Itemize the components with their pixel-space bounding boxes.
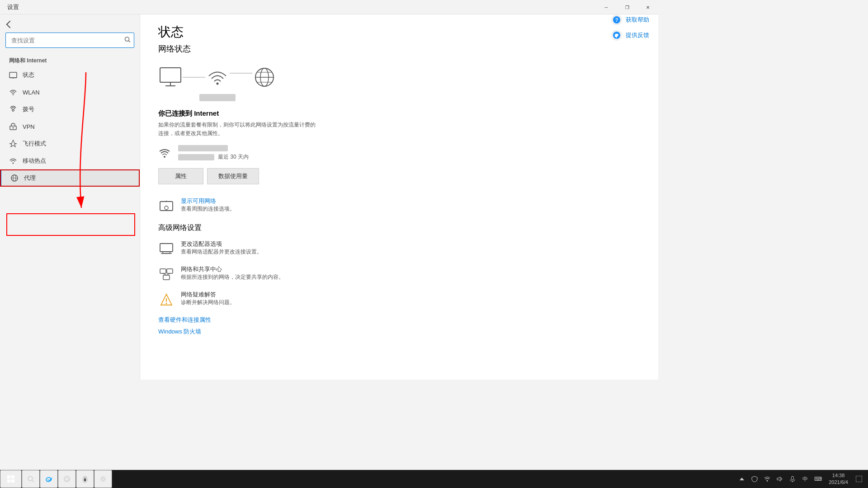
hotspot-icon xyxy=(9,157,17,165)
svg-point-51 xyxy=(102,478,104,480)
wifi-days: 最近 30 天内 xyxy=(218,153,249,161)
penguin-taskbar-button[interactable] xyxy=(76,470,94,488)
tray-notification[interactable] xyxy=(854,474,864,484)
right-panel: ? 获取帮助 提供反馈 xyxy=(611,14,649,41)
show-networks-title[interactable]: 显示可用网络 xyxy=(181,197,235,205)
search-input[interactable] xyxy=(5,33,134,48)
svg-point-9 xyxy=(13,163,14,164)
svg-point-25 xyxy=(165,206,168,210)
dial-icon xyxy=(9,105,17,113)
tray-volume[interactable] xyxy=(774,474,785,484)
sidebar-item-proxy[interactable]: 代理 xyxy=(0,169,140,187)
line-1 xyxy=(183,77,205,78)
app3-taskbar-button[interactable] xyxy=(58,470,76,488)
svg-rect-55 xyxy=(792,476,794,480)
tray-ime[interactable]: 中 xyxy=(800,474,811,484)
troubleshoot-text: 网络疑难解答 诊断并解决网络问题。 xyxy=(181,291,235,306)
connected-title: 你已连接到 Internet xyxy=(158,109,640,118)
wifi-strength-blur xyxy=(178,154,214,160)
sharing-icon xyxy=(158,266,175,282)
svg-line-46 xyxy=(32,480,34,482)
taskbar-search-icon xyxy=(27,475,34,483)
troubleshoot-sub: 诊断并解决网络问题。 xyxy=(181,299,235,306)
tray-chevron[interactable] xyxy=(736,474,747,484)
svg-text:?: ? xyxy=(615,17,618,23)
svg-point-23 xyxy=(164,156,165,158)
wifi-diagram-icon xyxy=(205,66,230,89)
svg-point-8 xyxy=(13,127,14,129)
action-buttons: 属性 数据使用量 xyxy=(158,168,640,184)
troubleshoot-item: 网络疑难解答 诊断并解决网络问题。 xyxy=(158,291,640,308)
edge-taskbar-button[interactable] xyxy=(40,470,58,488)
start-button[interactable] xyxy=(0,470,22,488)
edge-icon xyxy=(45,475,53,483)
sidebar-item-proxy-label: 代理 xyxy=(24,174,36,182)
data-usage-button[interactable]: 数据使用量 xyxy=(207,168,259,184)
feedback-label: 提供反馈 xyxy=(626,31,649,39)
properties-button[interactable]: 属性 xyxy=(158,168,203,184)
svg-rect-13 xyxy=(160,68,181,82)
feedback-icon xyxy=(611,30,622,41)
svg-rect-41 xyxy=(7,475,10,479)
tray-keyboard[interactable]: ⌨ xyxy=(812,474,823,484)
search-taskbar-button[interactable] xyxy=(22,470,40,488)
svg-point-45 xyxy=(28,476,33,481)
adapter-title: 更改适配器选项 xyxy=(181,240,262,248)
svg-rect-42 xyxy=(11,475,14,479)
wlan-icon xyxy=(9,88,17,96)
wifi-ssid-blur xyxy=(199,94,236,101)
minimize-button[interactable]: ─ xyxy=(596,0,617,14)
svg-rect-2 xyxy=(9,72,17,78)
wifi-status-row: 最近 30 天内 xyxy=(158,145,640,161)
tray-mic[interactable] xyxy=(787,474,798,484)
svg-rect-27 xyxy=(160,244,173,252)
svg-line-1 xyxy=(129,41,131,42)
search-button[interactable] xyxy=(124,37,131,44)
feedback-item[interactable]: 提供反馈 xyxy=(611,30,649,41)
sidebar-item-vpn-label: VPN xyxy=(23,123,35,130)
settings-taskbar-button[interactable] xyxy=(94,470,112,488)
troubleshoot-title: 网络疑难解答 xyxy=(181,291,235,299)
adapter-item: 更改适配器选项 查看网络适配器并更改连接设置。 xyxy=(158,240,640,257)
search-icon xyxy=(124,37,131,43)
time-display[interactable]: 14:38 2021/6/4 xyxy=(825,472,852,486)
window-controls: ─ ❐ ✕ xyxy=(596,0,658,14)
show-networks-icon xyxy=(158,198,175,214)
show-networks-option[interactable]: 显示可用网络 查看周围的连接选项。 xyxy=(158,197,640,214)
show-networks-text: 显示可用网络 查看周围的连接选项。 xyxy=(181,197,235,213)
adapter-text: 更改适配器选项 查看网络适配器并更改连接设置。 xyxy=(181,240,262,256)
sidebar-item-vpn[interactable]: VPN xyxy=(0,118,140,135)
sidebar-item-airplane-label: 飞行模式 xyxy=(23,140,46,148)
get-help-label: 获取帮助 xyxy=(626,16,649,24)
status-icon xyxy=(9,71,17,79)
close-button[interactable]: ✕ xyxy=(637,0,658,14)
svg-marker-52 xyxy=(740,478,744,480)
windows-link[interactable]: Windows 防火墙 xyxy=(158,328,640,336)
sharing-sub: 根据所连接到的网络，决定要共享的内容。 xyxy=(181,273,284,281)
restore-button[interactable]: ❐ xyxy=(617,0,637,14)
sidebar-item-airplane[interactable]: 飞行模式 xyxy=(0,135,140,152)
sidebar-item-dial[interactable]: 拨号 xyxy=(0,101,140,118)
taskbar: 中 ⌨ 14:38 2021/6/4 xyxy=(0,470,868,488)
taskbar-tray: 中 ⌨ 14:38 2021/6/4 xyxy=(736,472,868,486)
tray-network[interactable] xyxy=(762,474,773,484)
title-bar: 设置 ─ ❐ ✕ xyxy=(0,0,658,14)
advanced-title: 高级网络设置 xyxy=(158,223,640,233)
sidebar-item-wlan[interactable]: WLAN xyxy=(0,84,140,101)
svg-rect-30 xyxy=(160,269,166,273)
troubleshoot-icon xyxy=(158,291,175,308)
search-box xyxy=(5,33,134,48)
back-button[interactable] xyxy=(0,18,140,31)
network-diagram xyxy=(158,61,640,93)
sidebar-item-hotspot-label: 移动热点 xyxy=(23,157,46,165)
hardware-link[interactable]: 查看硬件和连接属性 xyxy=(158,316,640,324)
page-title: 状态 xyxy=(158,23,640,41)
get-help-item[interactable]: ? 获取帮助 xyxy=(611,14,649,25)
sidebar-item-hotspot[interactable]: 移动热点 xyxy=(0,152,140,169)
svg-point-0 xyxy=(125,37,129,41)
svg-marker-54 xyxy=(777,477,780,481)
tray-shield[interactable] xyxy=(749,474,760,484)
sidebar-item-status[interactable]: 状态 xyxy=(0,66,140,84)
app-title: 设置 xyxy=(7,3,19,11)
sidebar-item-dial-label: 拨号 xyxy=(23,105,34,113)
